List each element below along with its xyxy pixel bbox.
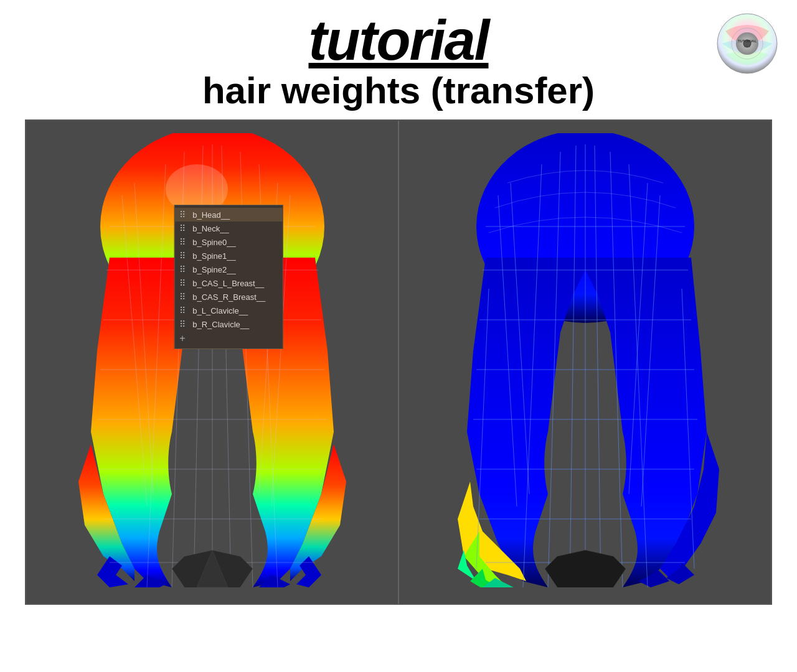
dropdown-item-4[interactable]: b_Spine2__ [174,263,282,276]
bone-dropdown[interactable]: b_Head__ b_Neck__ b_Spine0__ b_Spine1__ … [174,205,283,349]
dot-icon [179,264,189,274]
dot-icon [179,306,189,315]
dot-icon [179,237,189,247]
dot-icon [179,223,189,233]
dropdown-item-1[interactable]: b_Neck__ [174,222,282,235]
viewport-right [399,121,771,604]
add-bone-button[interactable]: + [174,331,282,346]
svg-text:vol.1: vol.1 [744,44,751,48]
dot-icon [179,292,189,302]
main-title: tutorial [0,12,797,68]
viewport-left: b_Head__ b_Neck__ b_Spine0__ b_Spine1__ … [26,121,399,604]
dropdown-item-7[interactable]: b_L_Clavicle__ [174,304,282,317]
header: tutorial hair weights (transfer) [0,0,797,119]
hair-right [445,133,725,587]
dropdown-item-0[interactable]: b_Head__ [174,208,282,222]
dot-icon [179,251,189,261]
svg-text:TUTORIAL: TUTORIAL [738,39,757,43]
viewport-container: b_Head__ b_Neck__ b_Spine0__ b_Spine1__ … [25,119,772,605]
dropdown-item-3[interactable]: b_Spine1__ [174,249,282,263]
dot-icon [179,319,189,329]
subtitle: hair weights (transfer) [0,68,797,113]
dropdown-item-6[interactable]: b_CAS_R_Breast__ [174,290,282,304]
dot-icon [179,210,189,220]
cd-icon: TUTORIAL vol.1 [716,12,778,75]
dot-icon [179,278,189,288]
hair-left [72,133,352,587]
dropdown-item-8[interactable]: b_R_Clavicle__ [174,317,282,331]
dropdown-item-2[interactable]: b_Spine0__ [174,235,282,249]
dropdown-item-5[interactable]: b_CAS_L_Breast__ [174,276,282,290]
